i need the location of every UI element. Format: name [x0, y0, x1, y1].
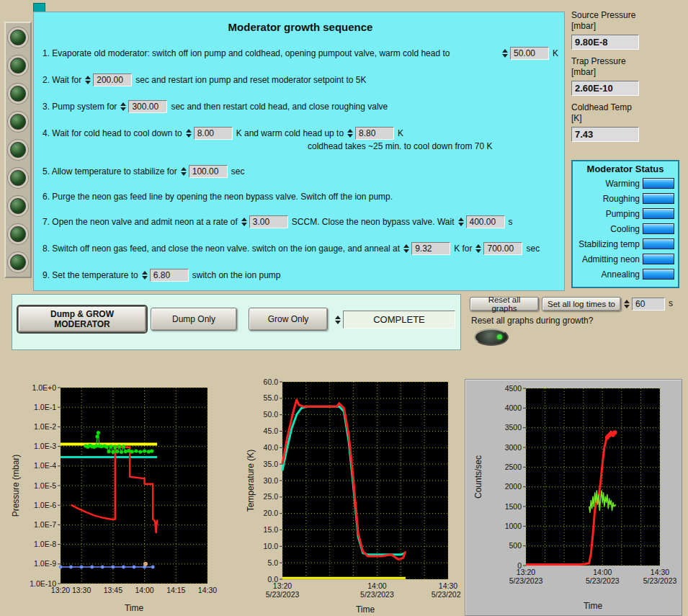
numeric-input[interactable]: 8.80: [355, 127, 394, 140]
step-row-1: 1. Evaporate old moderator: switch off i…: [43, 47, 558, 60]
step-led: [10, 198, 26, 214]
numeric-input[interactable]: 3.00: [249, 215, 288, 228]
step-text: 7. Open the neon valve and admit neon at…: [43, 217, 238, 227]
reset-during-growth-toggle[interactable]: [474, 329, 509, 346]
step-text: SCCM. Close the neon bypass valve. Wait: [292, 217, 455, 227]
numeric-input[interactable]: 8.00: [194, 127, 233, 140]
svg-text:1.0E+0: 1.0E+0: [32, 383, 56, 392]
sequence-state-control[interactable]: COMPLETE: [335, 311, 455, 329]
dump-and-grow-button[interactable]: Dump & GROW MODERATOR: [18, 306, 146, 332]
svg-text:3500: 3500: [505, 423, 522, 432]
pressure-chart: 1.0E+01.0E-11.0E-21.0E-31.0E-41.0E-51.0E…: [7, 376, 245, 616]
numeric-control: 8.80: [347, 127, 394, 140]
status-label: Warming: [605, 179, 640, 189]
sequence-title: Moderator growth sequence: [43, 21, 558, 33]
status-row: Admitting neon: [576, 251, 674, 267]
grow-only-button[interactable]: Grow Only: [249, 308, 328, 331]
spinner[interactable]: [475, 244, 483, 253]
svg-text:1500: 1500: [505, 502, 522, 511]
spinner[interactable]: [142, 271, 149, 280]
set-log-times-button[interactable]: Set all log times to: [542, 297, 621, 311]
log-time-spinner[interactable]: [624, 300, 631, 308]
step-text: 8. Switch off neon gas feed, and close t…: [43, 244, 400, 254]
numeric-input[interactable]: 9.32: [411, 242, 450, 255]
reset-all-graphs-button[interactable]: Reset all graphs: [470, 297, 539, 311]
log-time-input[interactable]: 60: [632, 298, 665, 311]
app-window: Moderator growth sequence 1. Evaporate o…: [0, 0, 688, 616]
step-text: K: [553, 48, 558, 58]
step-row-4: 4. Wait for cold head to cool down to8.0…: [43, 127, 558, 140]
svg-text:15.0: 15.0: [264, 525, 279, 534]
sequence-steps: 1. Evaporate old moderator: switch off i…: [43, 47, 558, 282]
readout-label: Trap Pressure: [571, 56, 684, 67]
readout-unit: [mbar]: [571, 21, 684, 32]
step-text: 3. Pump system for: [43, 102, 117, 112]
svg-text:2000: 2000: [505, 482, 522, 491]
step-led-column: [4, 22, 32, 278]
step-text: sec: [526, 244, 540, 254]
numeric-input[interactable]: 6.80: [150, 269, 189, 282]
sequence-state-value[interactable]: COMPLETE: [343, 311, 455, 329]
spinner[interactable]: [186, 129, 193, 138]
svg-text:Pressure (mbar): Pressure (mbar): [11, 455, 21, 517]
sequence-panel: Moderator growth sequence 1. Evaporate o…: [33, 12, 565, 291]
svg-text:3000: 3000: [505, 443, 522, 452]
numeric-input[interactable]: 50.00: [510, 47, 549, 60]
status-indicator-stabilizing-temp: [643, 238, 674, 249]
svg-text:10.0: 10.0: [264, 542, 279, 550]
state-spinner[interactable]: [335, 316, 342, 324]
svg-text:13:30: 13:30: [72, 586, 91, 594]
step-led: [10, 58, 26, 73]
spinner[interactable]: [241, 218, 249, 226]
svg-text:Time: Time: [356, 604, 375, 615]
step-text: sec and then restart cold head, and clos…: [171, 102, 388, 112]
svg-text:5/23/2023: 5/23/2023: [643, 576, 677, 585]
numeric-control: 200.00: [85, 73, 132, 86]
svg-text:Time: Time: [584, 601, 603, 611]
counts-chart-area: 45004000350030002500200015001000500013:2…: [465, 380, 682, 616]
svg-text:1.0E-9: 1.0E-9: [34, 559, 56, 568]
spinner[interactable]: [85, 76, 92, 84]
status-label: Stabilizing temp: [578, 239, 640, 249]
svg-text:13:20: 13:20: [517, 568, 535, 576]
numeric-input[interactable]: 100.00: [189, 165, 228, 178]
spinner[interactable]: [347, 129, 354, 138]
run-control-strip: Dump & GROW MODERATOR Dump Only Grow Onl…: [12, 294, 461, 350]
log-time-unit: s: [669, 298, 673, 308]
numeric-input[interactable]: 300.00: [128, 100, 167, 113]
svg-text:40.0: 40.0: [264, 443, 279, 452]
numeric-control: 700.00: [475, 242, 522, 255]
numeric-input[interactable]: 200.00: [93, 73, 132, 86]
spinner[interactable]: [181, 167, 188, 176]
svg-text:5/23/2023: 5/23/2023: [266, 590, 300, 599]
spinner[interactable]: [502, 49, 509, 58]
spinner[interactable]: [120, 102, 128, 111]
readout-value: 9.80E-8: [571, 35, 639, 50]
status-row: Roughing: [576, 191, 674, 206]
status-label: Cooling: [610, 224, 640, 234]
moderator-status-panel: Moderator Status WarmingRoughingPumpingC…: [571, 160, 679, 288]
status-label: Admitting neon: [582, 254, 640, 264]
step-led: [10, 114, 26, 130]
status-row: Annealing: [576, 267, 674, 282]
spinner[interactable]: [458, 218, 465, 226]
step-note: coldhead takes ~25 min. to cool down fro…: [308, 141, 558, 151]
reset-during-growth-label: Reset all graphs during growth?: [471, 316, 593, 326]
status-indicator-roughing: [643, 193, 674, 204]
svg-text:14:30: 14:30: [439, 581, 457, 590]
numeric-input[interactable]: 700.00: [483, 242, 522, 255]
numeric-control: 400.00: [458, 215, 505, 228]
numeric-control: 9.32: [403, 242, 450, 255]
numeric-input[interactable]: 400.00: [466, 215, 505, 228]
numeric-control: 8.00: [186, 127, 233, 140]
svg-text:5/23/2023: 5/23/2023: [509, 576, 543, 585]
step-text: s: [509, 217, 513, 227]
spinner[interactable]: [403, 244, 411, 253]
step-led: [10, 86, 26, 102]
svg-text:1.0E-8: 1.0E-8: [34, 540, 56, 548]
log-time-control: 60: [624, 298, 665, 311]
svg-text:5/23/2023: 5/23/2023: [432, 590, 461, 599]
step-text: K for: [454, 244, 472, 254]
dump-only-button[interactable]: Dump Only: [151, 308, 237, 331]
step-text: K and warm cold head up to: [236, 128, 344, 138]
